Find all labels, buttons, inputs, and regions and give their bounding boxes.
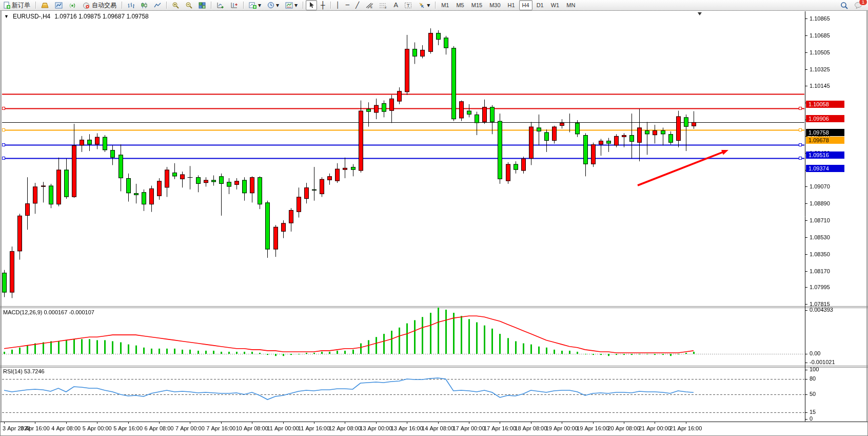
chart-area: ▼ EURUSD-,H4 1.09716 1.09875 1.09687 1.0… <box>0 10 868 436</box>
timeframe-button-mn[interactable]: MN <box>563 0 578 10</box>
crosshair-icon: ┼ <box>321 2 325 8</box>
indicators-button[interactable]: ▾ <box>246 0 264 10</box>
chart-shift-icon <box>230 2 238 9</box>
price-tag-resistance-2[interactable]: 1.09906 <box>806 115 844 122</box>
clock-icon <box>267 2 274 9</box>
bar-chart-button[interactable] <box>125 0 137 10</box>
timeframe-button-m5[interactable]: M5 <box>453 0 467 10</box>
chart-canvas[interactable] <box>0 10 868 436</box>
new-order-button[interactable]: 新订单 <box>1 0 33 10</box>
zoom-in-icon <box>172 2 179 9</box>
symbol-period-label: EURUSD-,H4 <box>13 13 50 20</box>
arrows-icon <box>418 2 425 9</box>
toolbar-separator <box>243 2 244 9</box>
line-chart-button[interactable] <box>151 0 164 10</box>
toolbar: 新订单 自动交易 ▾ ▾ ▾ ┼ │ ─ ╱ E F A T <box>0 0 868 11</box>
timeframe-button-h1[interactable]: H1 <box>505 0 518 10</box>
auto-trading-button[interactable]: 自动交易 <box>80 0 119 10</box>
svg-text:F: F <box>385 6 387 9</box>
cursor-icon <box>308 2 314 9</box>
gold-icon <box>41 2 49 9</box>
market-watch-button[interactable] <box>38 0 51 10</box>
label-icon: T <box>404 2 412 9</box>
label-tool-button[interactable]: T <box>402 0 415 10</box>
channel-tool-button[interactable]: E <box>363 0 376 10</box>
auto-scroll-button[interactable] <box>214 0 227 10</box>
chart-window-icon <box>55 2 63 9</box>
timeframe-button-w1[interactable]: W1 <box>548 0 563 10</box>
ohlc-values: 1.09716 1.09875 1.09687 1.09758 <box>54 13 149 20</box>
notification-badge: 1 <box>859 0 867 6</box>
toolbar-separator <box>303 2 303 9</box>
channel-icon: E <box>365 2 373 9</box>
toolbar-separator <box>35 2 36 9</box>
rsi-indicator-label: RSI(14) 53.7246 <box>3 368 45 374</box>
auto-trading-label: 自动交易 <box>92 1 116 10</box>
crosshair-tool-button[interactable]: ┼ <box>318 0 327 10</box>
timeframe-button-h4[interactable]: H4 <box>519 0 532 10</box>
horizontal-line-tool-button[interactable]: ─ <box>343 0 352 10</box>
dropdown-caret-icon: ▾ <box>258 2 261 8</box>
indicators-icon <box>249 2 257 9</box>
one-click-trading-toggle-icon[interactable]: ▼ <box>4 14 9 19</box>
zoom-out-button[interactable] <box>183 0 195 10</box>
text-tool-button[interactable]: A <box>391 0 401 10</box>
toolbar-separator <box>435 2 436 9</box>
toolbar-separator <box>122 2 122 9</box>
auto-scroll-icon <box>216 2 224 9</box>
zoom-in-button[interactable] <box>169 0 182 10</box>
macd-indicator-label: MACD(12,26,9) 0.000167 -0.000107 <box>3 309 94 315</box>
trendline-icon: ╱ <box>356 2 359 8</box>
bar-chart-icon <box>127 2 134 9</box>
signal-button[interactable] <box>66 0 79 10</box>
svg-text:T: T <box>407 3 410 8</box>
template-icon <box>285 2 293 9</box>
toolbar-separator <box>211 2 211 9</box>
price-tag-support-1[interactable]: 1.09516 <box>806 151 844 159</box>
timeframe-button-m1[interactable]: M1 <box>438 0 452 10</box>
timeframe-button-m15[interactable]: M15 <box>468 0 485 10</box>
signal-icon <box>69 2 76 9</box>
arrows-tool-button[interactable]: ▾ <box>416 0 432 10</box>
price-tag-bid: 1.09758 <box>806 129 844 136</box>
dropdown-caret-icon: ▾ <box>276 2 279 8</box>
dropdown-caret-icon: ▾ <box>427 2 430 8</box>
periods-button[interactable]: ▾ <box>265 0 282 10</box>
horizontal-line-icon: ─ <box>346 2 349 8</box>
zoom-out-icon <box>185 2 192 9</box>
new-order-icon <box>3 2 10 9</box>
search-button[interactable] <box>838 0 851 10</box>
fibonacci-tool-button[interactable]: F <box>377 0 390 10</box>
new-order-label: 新订单 <box>12 1 30 10</box>
line-chart-icon <box>154 2 161 9</box>
charts-window-button[interactable] <box>52 0 65 10</box>
timeframe-button-d1[interactable]: D1 <box>534 0 547 10</box>
tile-windows-button[interactable] <box>196 0 208 10</box>
trendline-tool-button[interactable]: ╱ <box>353 0 362 10</box>
svg-text:E: E <box>370 6 372 9</box>
fibonacci-icon: F <box>379 2 387 9</box>
text-icon: A <box>393 2 398 8</box>
candlestick-icon <box>141 2 148 9</box>
search-icon <box>840 2 848 9</box>
dropdown-caret-icon: ▾ <box>294 2 298 8</box>
chart-shift-button[interactable] <box>228 0 241 10</box>
timeframe-button-m30[interactable]: M30 <box>486 0 503 10</box>
mt4-window: 新订单 自动交易 ▾ ▾ ▾ ┼ │ ─ ╱ E F A T <box>0 0 868 436</box>
cursor-tool-button[interactable] <box>306 0 317 10</box>
price-tag-orange-level[interactable]: 1.09678 <box>806 137 844 144</box>
candlestick-chart-button[interactable] <box>138 0 150 10</box>
price-tag-support-2[interactable]: 1.09374 <box>806 165 844 172</box>
toolbar-separator <box>330 2 331 9</box>
auto-trading-icon <box>83 2 90 9</box>
templates-button[interactable]: ▾ <box>283 0 300 10</box>
chart-title: ▼ EURUSD-,H4 1.09716 1.09875 1.09687 1.0… <box>4 13 149 20</box>
timeframe-bar: M1M5M15M30H1H4D1W1MN <box>438 0 579 10</box>
vertical-line-icon: │ <box>336 2 340 8</box>
notifications-button[interactable]: 1 <box>852 0 865 10</box>
vertical-line-tool-button[interactable]: │ <box>333 0 342 10</box>
toolbar-separator <box>166 2 167 9</box>
tile-windows-icon <box>199 2 206 9</box>
price-tag-resistance-1[interactable]: 1.10058 <box>806 101 844 108</box>
